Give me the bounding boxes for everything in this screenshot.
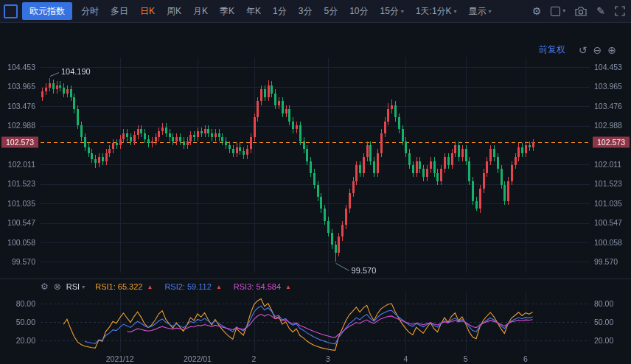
- indicator-close-icon[interactable]: ⊗: [54, 281, 61, 292]
- chevron-down-icon: ▾: [454, 8, 457, 15]
- rsi1-value: 65.322: [118, 282, 143, 291]
- tab-daily-k[interactable]: 日K: [140, 5, 155, 18]
- rsi2-value: 59.112: [187, 282, 212, 291]
- rsi1-label: RSI1:: [95, 282, 116, 291]
- rsi1-up-arrow-icon: ▲: [147, 284, 153, 290]
- chart-window: 欧元指数 分时 多日 日K 周K 月K 季K 年K 1分 3分 5分 10分 1…: [0, 0, 631, 364]
- indicator-settings-icon[interactable]: ⚙: [41, 281, 49, 292]
- layout-icon[interactable]: ▾: [551, 7, 565, 16]
- tab-quarterly-k[interactable]: 季K: [220, 5, 234, 18]
- rsi2-label: RSI2:: [164, 282, 185, 291]
- tab-10min[interactable]: 10分: [349, 5, 368, 18]
- toolbar-icon-group: ⚙ ▾ ✎: [523, 6, 631, 16]
- rsi2-readout: RSI2: 59.112 ▲: [164, 282, 221, 291]
- tab-1min[interactable]: 1分: [273, 5, 287, 18]
- rsi3-value: 54.584: [256, 282, 281, 291]
- rsi2-up-arrow-icon: ▲: [216, 284, 222, 290]
- window-icon[interactable]: [4, 4, 18, 18]
- rsi1-readout: RSI1: 65.322 ▲: [95, 282, 153, 291]
- chevron-down-icon: ▾: [401, 8, 404, 15]
- tab-yearly-k[interactable]: 年K: [246, 5, 261, 18]
- main-chart-canvas[interactable]: [0, 22, 631, 279]
- tab-3min[interactable]: 3分: [299, 5, 313, 18]
- interval-selector[interactable]: 1天:1分K▾: [416, 5, 457, 18]
- camera-icon[interactable]: [575, 7, 587, 16]
- rsi3-readout: RSI3: 54.584 ▲: [234, 282, 291, 291]
- adjust-row: 前复权 ↺ ⊖ ⊕: [539, 43, 616, 56]
- symbol-name: 欧元指数: [29, 6, 65, 16]
- reset-zoom-icon[interactable]: ↺: [579, 45, 588, 55]
- panel-separator[interactable]: [0, 279, 631, 279]
- toolbar: 欧元指数 分时 多日 日K 周K 月K 季K 年K 1分 3分 5分 10分 1…: [0, 0, 631, 23]
- tab-multi-day[interactable]: 多日: [111, 5, 128, 18]
- rsi3-up-arrow-icon: ▲: [285, 284, 291, 290]
- adjust-mode-label[interactable]: 前复权: [539, 43, 565, 56]
- tab-15min[interactable]: 15分▾: [380, 5, 404, 18]
- indicator-name-dropdown[interactable]: RSI▾: [66, 282, 85, 291]
- chevron-down-icon: ▾: [82, 284, 85, 290]
- rsi-header: ⚙ ⊗ RSI▾ RSI1: 65.322 ▲ RSI2: 59.112 ▲ R…: [41, 281, 303, 292]
- rsi3-label: RSI3:: [234, 282, 254, 291]
- chevron-down-icon: ▾: [489, 8, 492, 15]
- symbol-tab[interactable]: 欧元指数: [22, 2, 72, 20]
- tab-monthly-k[interactable]: 月K: [193, 5, 208, 18]
- zoom-out-icon[interactable]: ⊖: [593, 45, 602, 55]
- tab-minute-chart[interactable]: 分时: [81, 5, 99, 18]
- display-menu[interactable]: 显示▾: [469, 5, 492, 18]
- fullscreen-icon[interactable]: [615, 6, 625, 16]
- draw-icon[interactable]: ✎: [596, 6, 605, 16]
- tab-weekly-k[interactable]: 周K: [167, 5, 181, 18]
- zoom-in-icon[interactable]: ⊕: [607, 45, 616, 55]
- chevron-down-icon: ▾: [562, 8, 565, 14]
- settings-icon[interactable]: ⚙: [532, 6, 542, 16]
- tab-5min[interactable]: 5分: [324, 5, 338, 18]
